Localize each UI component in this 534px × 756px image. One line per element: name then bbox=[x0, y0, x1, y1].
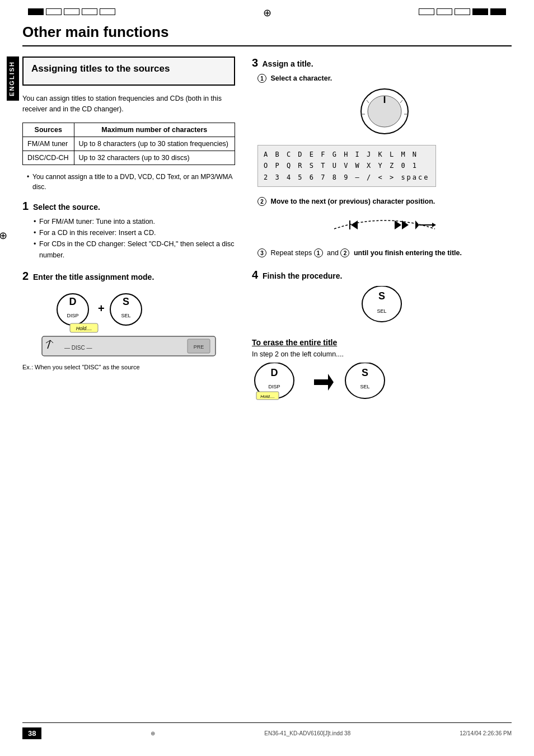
table-row: DISC/CD-CH Up to 32 characters (up to 30… bbox=[23, 151, 235, 165]
left-column: ENGLISH Assigning titles to the sources … bbox=[22, 57, 235, 402]
char-row2: O P Q R S T U V W X Y Z 0 1 bbox=[264, 162, 418, 170]
step3-number: 3 bbox=[252, 57, 258, 69]
bar9 bbox=[472, 8, 488, 15]
erase-sel-svg: S SEL bbox=[343, 363, 387, 402]
page-number: 38 bbox=[22, 727, 41, 739]
step2-diagram: D DISP + S SEL bbox=[22, 287, 235, 370]
substep2-label: 2 Move to the next (or previous) charact… bbox=[257, 197, 512, 206]
char-grid: A B C D E F G H I J K L M N O P Q R S T … bbox=[257, 145, 436, 187]
svg-text:S: S bbox=[362, 367, 368, 378]
svg-text:Hold....: Hold.... bbox=[260, 394, 274, 399]
circle-2: 2 bbox=[257, 197, 266, 206]
substep3-repeat: Repeat steps bbox=[270, 249, 313, 257]
substep2-text: Move to the next (or previous) character… bbox=[270, 198, 435, 205]
bar8 bbox=[455, 8, 470, 15]
svg-text:Hold....: Hold.... bbox=[76, 326, 92, 331]
circle-2-ref: 2 bbox=[340, 248, 349, 257]
svg-text:S: S bbox=[378, 290, 385, 302]
step1-bullet-1: For FM/AM tuner: Tune into a station. bbox=[34, 216, 235, 227]
main-content: Other main functions ENGLISH Assigning t… bbox=[0, 24, 534, 424]
section-box: Assigning titles to the sources bbox=[22, 57, 235, 86]
table-col1-header: Sources bbox=[23, 123, 74, 137]
bar3 bbox=[64, 8, 79, 15]
step4-title: 4 Finish the procedure. bbox=[252, 269, 512, 281]
bar4 bbox=[82, 8, 97, 15]
substep3-and: and bbox=[327, 249, 340, 257]
table-cell-source-2: DISC/CD-CH bbox=[23, 151, 74, 165]
step4-number: 4 bbox=[252, 269, 258, 281]
title-underline bbox=[22, 45, 512, 46]
svg-marker-25 bbox=[395, 220, 401, 229]
header-top: ⊕ bbox=[0, 0, 534, 18]
erase-body: In step 2 on the left column.... bbox=[252, 350, 512, 358]
footer-date: 12/14/04 2:26:36 PM bbox=[460, 730, 512, 736]
page-container: ⊕ Other main functions ENGLISH Assigning… bbox=[0, 0, 534, 756]
svg-marker-29 bbox=[432, 223, 436, 227]
erase-title: To erase the entire title bbox=[252, 338, 512, 347]
right-bars bbox=[419, 8, 506, 15]
nav-arrows-diagram bbox=[257, 209, 512, 242]
step2-caption: Ex.: When you select "DISC" as the sourc… bbox=[22, 364, 235, 370]
svg-marker-23 bbox=[351, 220, 358, 229]
table-cell-desc-2: Up to 32 characters (up to 30 discs) bbox=[74, 151, 235, 165]
svg-marker-38 bbox=[314, 374, 334, 391]
step3-block: 3 Assign a title. 1 Select a character. bbox=[252, 57, 512, 257]
nav-svg bbox=[329, 209, 441, 240]
left-reg-mark: ⊕ bbox=[0, 229, 7, 242]
substep1: 1 Select a character. bbox=[252, 74, 512, 190]
note-list: You cannot assign a title to a DVD, VCD,… bbox=[22, 172, 235, 192]
bar6 bbox=[419, 8, 434, 15]
bar7 bbox=[437, 8, 452, 15]
svg-text:S: S bbox=[123, 296, 129, 307]
sel-svg: S SEL bbox=[359, 286, 404, 325]
step3-label: Assign a title. bbox=[263, 59, 313, 68]
svg-text:PRE: PRE bbox=[194, 344, 204, 350]
right-column: 3 Assign a title. 1 Select a character. bbox=[252, 57, 512, 402]
step2-number: 2 bbox=[22, 270, 29, 282]
svg-text:D: D bbox=[69, 296, 77, 307]
char-row1: A B C D E F G H I J K L M N bbox=[264, 151, 418, 158]
substep3: 3 Repeat steps 1 and 2 until you finish … bbox=[252, 248, 512, 257]
step1-title: 1 Select the source. bbox=[22, 200, 235, 213]
step1-block: 1 Select the source. For FM/AM tuner: Tu… bbox=[22, 200, 235, 261]
step1-body: For FM/AM tuner: Tune into a station. Fo… bbox=[22, 216, 235, 261]
step2-block: 2 Enter the title assignment mode. D DIS… bbox=[22, 270, 235, 370]
circle-1: 1 bbox=[257, 74, 266, 83]
section-box-title: Assigning titles to the sources bbox=[31, 63, 226, 74]
circle-3-ref: 3 bbox=[257, 248, 266, 257]
svg-text:— DISC —: — DISC — bbox=[64, 345, 92, 351]
erase-diagram: D DISP Hold.... S bbox=[252, 363, 512, 402]
footer-file: EN36-41_KD-ADV6160[J]t.indd 38 bbox=[264, 730, 350, 736]
svg-text:SEL: SEL bbox=[360, 384, 369, 389]
erase-disp-svg: D DISP Hold.... bbox=[252, 363, 302, 402]
erase-arrow-svg bbox=[311, 371, 334, 393]
step2-title: 2 Enter the title assignment mode. bbox=[22, 270, 235, 283]
svg-text:+: + bbox=[98, 302, 105, 314]
intro-text: You can assign titles to station frequen… bbox=[22, 93, 235, 115]
sources-table: Sources Maximum number of characters FM/… bbox=[22, 123, 235, 165]
svg-text:SEL: SEL bbox=[377, 308, 386, 314]
step1-label: Select the source. bbox=[33, 203, 100, 212]
bar10 bbox=[490, 8, 506, 15]
substep1-label: 1 Select a character. bbox=[257, 74, 512, 83]
circle-1-ref: 1 bbox=[314, 248, 323, 257]
svg-text:DISP: DISP bbox=[268, 384, 280, 389]
table-row: FM/AM tuner Up to 8 characters (up to 30… bbox=[23, 137, 235, 151]
footer-center: ⊕ bbox=[151, 730, 155, 736]
erase-section: To erase the entire title In step 2 on t… bbox=[252, 338, 512, 402]
svg-text:D: D bbox=[271, 367, 278, 378]
substep1-text: Select a character. bbox=[270, 74, 332, 82]
step1-bullet-3: For CDs in the CD changer: Select "CD-CH… bbox=[34, 238, 235, 261]
svg-marker-27 bbox=[415, 220, 419, 229]
bar2 bbox=[46, 8, 62, 15]
substep2: 2 Move to the next (or previous) charact… bbox=[252, 197, 512, 242]
substep3-end: until you finish entering the title. bbox=[354, 249, 462, 257]
english-sidebar: ENGLISH bbox=[7, 57, 19, 101]
knob-diagram bbox=[257, 86, 512, 138]
step1-number: 1 bbox=[22, 200, 29, 212]
char-row3: 2 3 4 5 6 7 8 9 – / < > space bbox=[264, 173, 430, 181]
left-bars bbox=[28, 8, 115, 15]
step2-svg: D DISP + S SEL bbox=[39, 287, 218, 360]
center-cross-icon: ⊕ bbox=[263, 7, 271, 19]
note-item: You cannot assign a title to a DVD, VCD,… bbox=[27, 172, 235, 192]
